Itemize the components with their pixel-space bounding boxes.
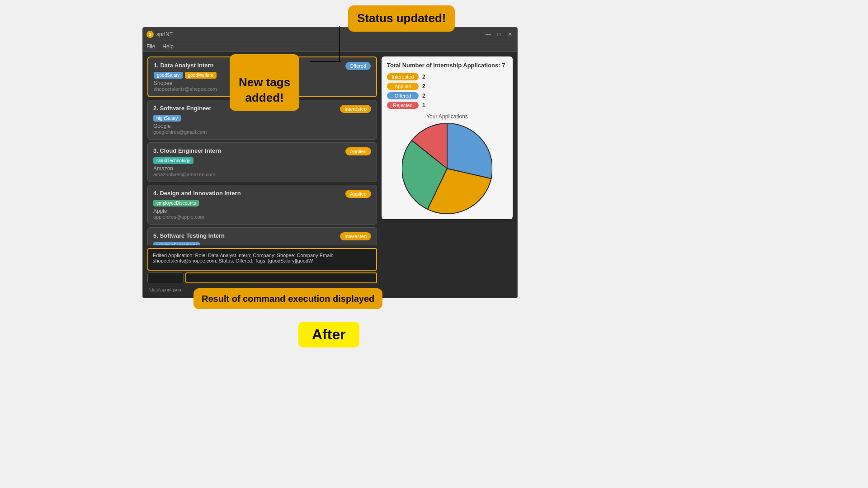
callout-result: Result of command execution displayed (193, 288, 382, 309)
app-card-5[interactable]: 5. Software Testing Intern Interested wi… (147, 227, 377, 245)
stat-count: 1 (422, 102, 425, 108)
minimize-button[interactable]: — (485, 31, 492, 38)
stat-label: Applied (387, 83, 419, 90)
window-content: 1. Data Analyst Intern Offered goodSalar… (143, 52, 517, 298)
status-badge: Offered (345, 62, 371, 70)
app-email: googlehires@gmail.com (153, 129, 371, 135)
stat-count: 2 (422, 93, 425, 99)
callout-status-updated: Status updated! (348, 5, 455, 32)
stats-card: Total Number of Internship Applications:… (382, 56, 513, 219)
app-tags: highSalary (153, 115, 371, 122)
stats-rows: Interested 2 Applied 2 Offered 2 Rejecte… (387, 73, 507, 109)
window-title: sprINT (156, 31, 485, 38)
callout-new-tags: New tags added! (230, 54, 299, 111)
tag: employeeDiscounts (153, 200, 199, 206)
status-badge: Applied (345, 147, 371, 155)
card-header: 3. Cloud Engineer Intern Applied (153, 147, 371, 155)
maximize-button[interactable]: □ (495, 31, 503, 38)
app-title: 4. Design and Innovation Intern (153, 190, 241, 197)
app-email: amazonhires@amazon.com (153, 172, 371, 177)
stat-count: 2 (422, 74, 425, 80)
card-header: 4. Design and Innovation Intern Applied (153, 190, 371, 198)
close-button[interactable]: ✕ (506, 31, 514, 38)
chart-title: Your Applications (426, 113, 468, 120)
tag: goodWelfare (185, 72, 217, 79)
menu-help[interactable]: Help (162, 43, 174, 50)
stat-row-applied: Applied 2 (387, 83, 507, 90)
stats-panel: Total Number of Internship Applications:… (382, 56, 513, 293)
app-title: 1. Data Analyst Intern (154, 62, 213, 69)
app-tags: employeeDiscounts (153, 200, 371, 206)
stat-row-rejected: Rejected 1 (387, 102, 507, 109)
stat-label: Rejected (387, 102, 419, 109)
pie-chart-container: Your Applications (387, 113, 507, 214)
status-badge: Applied (345, 190, 371, 198)
stat-row-offered: Offered 2 (387, 92, 507, 99)
arrow-line-1 (339, 26, 340, 62)
tag: cloudTechnology (153, 157, 193, 164)
after-label: After (298, 322, 359, 347)
cmd-prefix-input[interactable] (147, 272, 184, 283)
app-company: Apple (153, 208, 371, 214)
titlebar: S sprINT — □ ✕ (143, 28, 517, 41)
app-company: Amazon (153, 165, 371, 172)
app-company: Google (153, 123, 371, 129)
status-badge: Interested (340, 105, 371, 113)
app-card-3[interactable]: 3. Cloud Engineer Intern Applied cloudTe… (147, 142, 377, 182)
app-title: 5. Software Testing Intern (153, 232, 225, 239)
output-box: Edited Application: Role: Data Analyst I… (147, 248, 377, 271)
app-title: 3. Cloud Engineer Intern (153, 147, 221, 154)
stats-title: Total Number of Internship Applications:… (387, 62, 507, 69)
arrow-line-2 (310, 61, 341, 62)
tag: highSalary (153, 115, 181, 122)
main-window: S sprINT — □ ✕ File Help 1. Data Analyst… (142, 27, 518, 298)
menu-file[interactable]: File (146, 43, 155, 50)
stat-label: Offered (387, 92, 419, 99)
bottom-section: Edited Application: Role: Data Analyst I… (147, 248, 377, 293)
app-email: applehires@apple.com (153, 214, 371, 220)
app-title: 2. Software Engineer (153, 105, 212, 112)
status-badge: Interested (340, 232, 371, 240)
command-row (147, 272, 377, 283)
stat-count: 2 (422, 83, 425, 89)
pie-chart (402, 123, 492, 214)
app-tags: windowsSupremacy (153, 242, 371, 245)
app-icon: S (146, 31, 154, 38)
output-text: Edited Application: Role: Data Analyst I… (153, 253, 333, 263)
window-controls: — □ ✕ (485, 31, 514, 38)
tag: goodSalary (154, 72, 183, 79)
menubar: File Help (143, 41, 517, 52)
app-card-4[interactable]: 4. Design and Innovation Intern Applied … (147, 185, 377, 225)
stat-label: Interested (387, 73, 419, 80)
tag: windowsSupremacy (153, 242, 200, 245)
cmd-main-input[interactable] (185, 272, 377, 283)
card-header: 5. Software Testing Intern Interested (153, 232, 371, 240)
app-tags: cloudTechnology (153, 157, 371, 164)
stat-row-interested: Interested 2 (387, 73, 507, 80)
